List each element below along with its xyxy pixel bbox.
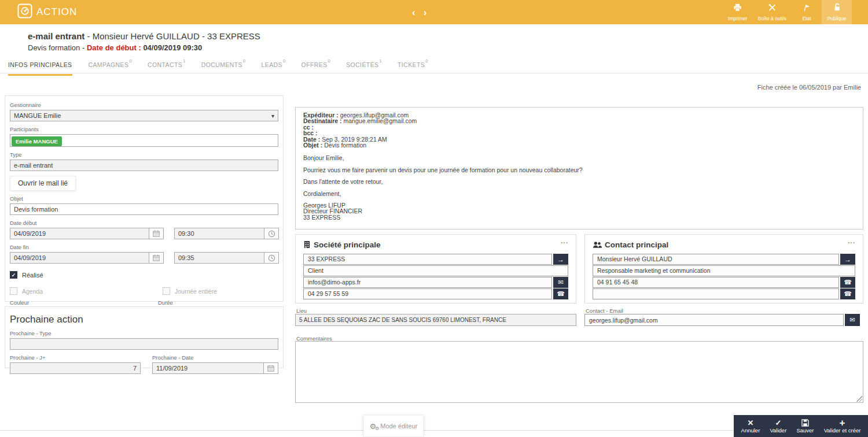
agenda-label: Agenda <box>22 288 43 295</box>
societe-name-field[interactable]: 33 EXPRESS <box>303 254 552 265</box>
envelope-icon: ✉ <box>558 279 563 286</box>
societe-phone-field[interactable]: 04 29 57 55 59 <box>303 288 552 299</box>
imprimer-button[interactable]: Imprimer <box>723 0 753 24</box>
type-field[interactable] <box>10 160 278 171</box>
ouvrir-mail-button[interactable]: Ouvrir le mail lié <box>10 176 76 191</box>
tools-icon <box>768 3 777 14</box>
email-header-row: cc : <box>303 124 855 130</box>
prochaine-jplus-field[interactable] <box>10 362 141 374</box>
sauver-button[interactable]: Sauver <box>794 419 816 434</box>
contact-email-label: Contact - Email <box>586 308 623 314</box>
record-type: e-mail entrant <box>28 31 84 41</box>
date-debut-input[interactable] <box>10 228 149 239</box>
gestionnaire-select[interactable]: MANGUE Emilie ▾ <box>10 110 278 121</box>
call-phone-button[interactable]: ☎ <box>840 288 855 299</box>
agenda-checkbox[interactable] <box>10 287 17 295</box>
etat-button[interactable]: Etat <box>792 0 822 24</box>
action-logo-icon <box>17 3 32 21</box>
societe-card-title: Société principale <box>314 240 381 249</box>
header-actions: Imprimer Boîte à outils <box>723 0 852 24</box>
record-title-line2: Devis formation - Date de début : 04/09/… <box>28 43 260 52</box>
unlock-icon <box>833 3 841 14</box>
tab-societes[interactable]: SOCIÉTÉS1 <box>346 60 382 76</box>
nav-next-button[interactable]: › <box>424 8 427 17</box>
app-logo[interactable]: ACTION <box>17 0 77 24</box>
record-title-line1: e-mail entrant - Monsieur Hervé GUILLAUD… <box>28 31 260 41</box>
textarea-resize-handle[interactable] <box>855 395 862 402</box>
date-debut-label: Date de début : <box>87 43 141 52</box>
participants-field[interactable]: Emilie MANGUE <box>10 134 278 147</box>
phone-icon: ☎ <box>557 290 565 298</box>
nav-prev-button[interactable]: ‹ <box>412 8 415 17</box>
prochaine-jplus-label: Prochaine - J+ <box>10 354 141 361</box>
valider-button[interactable]: ✓ Valider <box>767 419 789 434</box>
societe-email-field[interactable]: infos@dimo-apps.fr <box>303 277 552 288</box>
open-contact-button[interactable]: → <box>840 254 855 265</box>
contact-email-group: ✉ <box>584 314 860 326</box>
email-body-paragraph: Dans l'attente de votre retour, <box>303 179 855 184</box>
send-email-button[interactable]: ✉ <box>553 277 568 288</box>
tab-bar: INFOS PRINCIPALES CAMPAGNES0 CONTACTS1 D… <box>8 60 428 76</box>
boite-a-outils-button[interactable]: Boîte à outils <box>753 0 792 24</box>
tab-tickets[interactable]: TICKETS0 <box>398 60 428 76</box>
contact-principal-card: Contact principal ... Monsieur Hervé GUI… <box>584 234 863 303</box>
contact-name-field[interactable]: Monsieur Hervé GUILLAUD <box>593 254 839 265</box>
arrow-right-icon: → <box>844 255 851 264</box>
phone-icon: ☎ <box>844 290 852 298</box>
calendar-icon[interactable] <box>149 253 163 263</box>
societe-principale-card: Société principale ... 33 EXPRESS → Clie… <box>295 234 576 303</box>
clock-icon[interactable] <box>264 253 278 263</box>
record-title: e-mail entrant - Monsieur Hervé GUILLAUD… <box>28 31 260 52</box>
call-phone-button[interactable]: ☎ <box>553 288 568 299</box>
record-subject: - Monsieur Hervé GUILLAUD - 33 EXPRESS <box>84 31 260 41</box>
prochaine-date-input[interactable] <box>153 363 263 373</box>
societe-card-menu-button[interactable]: ... <box>561 238 568 244</box>
prochaine-type-field[interactable] <box>10 338 278 350</box>
printer-icon <box>733 3 742 14</box>
duree-label: Durée <box>158 299 278 306</box>
calendar-icon[interactable] <box>149 228 163 239</box>
societe-category-field[interactable]: Client <box>303 265 568 276</box>
tab-documents[interactable]: DOCUMENTS0 <box>201 60 246 76</box>
commentaires-textarea[interactable] <box>295 341 863 403</box>
contact-phone2-field[interactable] <box>593 288 839 299</box>
email-header-row: Objet :Devis formation <box>303 142 855 148</box>
lieu-field[interactable] <box>295 314 576 326</box>
participant-chip[interactable]: Emilie MANGUE <box>12 136 62 146</box>
app-name: ACTION <box>36 6 77 18</box>
time-debut-input[interactable] <box>175 228 264 239</box>
tab-leads[interactable]: LEADS0 <box>262 60 286 76</box>
clock-icon[interactable] <box>264 228 278 239</box>
objet-field[interactable] <box>10 203 278 215</box>
email-header-row: Date :Sep 3, 2019 9:28:21 AM <box>303 136 855 142</box>
publique-button[interactable]: Publique <box>822 0 852 24</box>
people-icon <box>593 241 602 249</box>
contact-phone1-field[interactable]: 04 91 65 45 48 <box>593 277 839 288</box>
annuler-button[interactable]: ✕ Annuler <box>739 419 763 434</box>
email-signature: Georges LIFUP Directeur FINANCIER 33 EXP… <box>303 202 855 220</box>
tab-contacts[interactable]: CONTACTS1 <box>148 60 186 76</box>
calendar-icon[interactable] <box>263 363 278 373</box>
footer-action-bar: ✕ Annuler ✓ Valider Sauver + Valider et … <box>734 415 868 437</box>
tab-infos-principales[interactable]: INFOS PRINCIPALES <box>8 60 72 76</box>
realise-checkbox[interactable]: ✓ <box>10 271 17 279</box>
contact-role-field[interactable]: Responsable marketing et communication <box>593 265 855 276</box>
contact-email-field[interactable] <box>584 314 844 326</box>
participants-label: Participants <box>10 126 278 132</box>
contact-card-title: Contact principal <box>605 240 668 249</box>
valider-et-creer-button[interactable]: + Valider et créer <box>822 419 863 434</box>
prochaine-type-label: Prochaine - Type <box>10 330 278 336</box>
contact-card-menu-button[interactable]: ... <box>848 238 855 244</box>
top-header-bar: ACTION ‹ › Imprimer <box>0 0 868 24</box>
tab-campagnes[interactable]: CAMPAGNES0 <box>88 60 132 76</box>
open-societe-button[interactable]: → <box>553 254 568 265</box>
journee-entiere-checkbox[interactable] <box>163 287 170 295</box>
mode-editeur-button[interactable]: ⚙⚙ Mode éditeur <box>363 415 424 437</box>
time-fin-input[interactable] <box>175 253 264 263</box>
call-phone-button[interactable]: ☎ <box>840 277 855 288</box>
tab-offres[interactable]: OFFRES0 <box>301 60 331 76</box>
date-fin-input[interactable] <box>10 253 149 263</box>
send-email-button[interactable]: ✉ <box>845 314 860 326</box>
email-header-row: Destinataire :mangue.emilie@gmail.com <box>303 118 855 124</box>
page: ACTION ‹ › Imprimer <box>0 0 868 437</box>
